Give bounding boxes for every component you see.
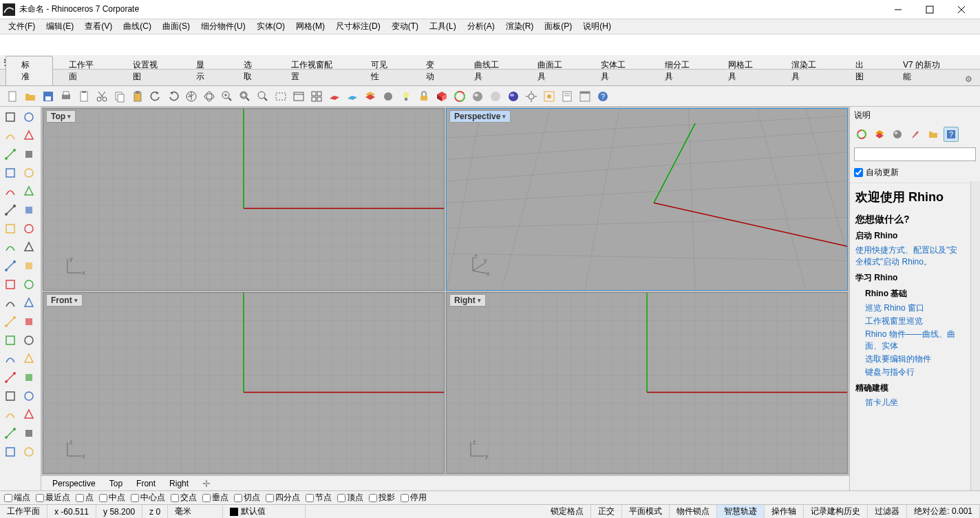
ellipse-icon[interactable] [1,183,19,200]
copy-clip-icon[interactable] [76,88,92,105]
status-toggle[interactable]: 锁定格点 [544,505,591,518]
menu-item[interactable]: 工具(L) [424,19,462,34]
viewport-perspective[interactable]: Perspective▾ zyx [446,108,848,291]
osnap-item[interactable]: 切点 [234,492,260,504]
properties-icon[interactable] [854,127,869,142]
help-icon[interactable]: ? [944,127,959,142]
move-icon[interactable] [1,424,19,442]
boolean-icon[interactable] [20,313,38,331]
text-icon[interactable] [20,201,38,219]
polygon-icon[interactable] [20,164,38,182]
named-view-icon[interactable] [290,88,307,105]
menu-item[interactable]: 变动(T) [386,19,424,34]
tool-tab[interactable]: 变动 [410,56,458,85]
fillet-icon[interactable] [1,387,19,405]
close-button[interactable] [946,0,977,19]
help-link[interactable]: 选取要编辑的物件 [865,353,965,365]
status-toggle[interactable]: 正交 [591,505,622,518]
menu-item[interactable]: 查看(V) [79,19,118,34]
viewport-label-front[interactable]: Front▾ [46,294,83,307]
status-toggle[interactable]: 过滤器 [868,505,907,518]
tool-tab[interactable]: 渲染工具 [776,56,839,85]
osnap-item[interactable]: 点 [76,492,94,504]
tool-tab[interactable]: 可见性 [355,56,411,85]
patch-icon[interactable] [20,257,38,275]
four-view-icon[interactable] [308,88,325,105]
tool-tab[interactable]: 出图 [840,56,887,85]
polyline-icon[interactable] [1,127,19,145]
shade-icon[interactable] [469,88,486,105]
rotate-icon[interactable] [20,424,38,442]
tool-tab[interactable]: 细分工具 [649,56,712,85]
help-link[interactable]: 笛卡儿坐 [865,397,965,408]
layers-icon[interactable] [362,88,379,105]
status-layer[interactable]: 默认值 [223,505,306,518]
split-icon[interactable] [20,369,38,386]
options-icon[interactable] [523,88,540,105]
library-icon[interactable] [926,127,941,142]
tool-tab[interactable]: 曲线工具 [458,56,522,85]
render-icon[interactable] [890,127,905,142]
cylinder-icon[interactable] [1,294,19,312]
loft-icon[interactable] [20,220,38,238]
viewport-tab[interactable]: Right [162,477,195,490]
status-toggle[interactable]: 记录建构历史 [804,505,868,518]
help-link[interactable]: Rhino 物件——曲线、曲面、实体 [865,329,965,352]
pointer-icon[interactable] [1,108,19,126]
zoom-window-icon[interactable] [273,88,289,105]
menu-item[interactable]: 分析(A) [462,19,500,34]
scale-icon[interactable] [1,443,19,461]
tool-tab[interactable]: 实体工具 [585,56,648,85]
trim-icon[interactable] [1,369,19,386]
status-units[interactable]: 毫米 [168,505,223,518]
cone-icon[interactable] [20,294,38,312]
cut-icon[interactable] [94,88,110,105]
status-toggle[interactable]: 智慧轨迹 [717,505,765,518]
print-icon[interactable] [58,88,74,105]
help-link[interactable]: 使用快捷方式、配置以及"安全模式"启动 Rhino。 [855,245,965,268]
help-search-input[interactable] [854,147,976,161]
viewport-right[interactable]: Right▾ zy [446,292,848,475]
rendered-icon[interactable] [505,88,522,105]
light-icon[interactable] [398,88,414,105]
explode-icon[interactable] [1,350,19,368]
help-content[interactable]: 欢迎使用 Rhino 您想做什么? 启动 Rhino 使用快捷方式、配置以及"安… [850,183,970,490]
osnap-item[interactable]: 停用 [401,492,427,504]
osnap-item[interactable]: 四分点 [266,492,300,504]
array-icon[interactable] [1,406,19,424]
status-toggle[interactable]: 操作轴 [765,505,804,518]
point-icon[interactable] [1,201,19,219]
chamfer-icon[interactable] [20,387,38,405]
mirror-icon[interactable] [20,406,38,424]
viewport-tab[interactable]: Perspective [45,477,103,490]
zoom-extents-icon[interactable] [237,88,253,105]
pan-icon[interactable] [183,88,200,105]
menu-item[interactable]: 细分物件(U) [195,19,251,34]
open-icon[interactable] [22,88,39,105]
redo-icon[interactable] [165,88,182,105]
viewport-label-right[interactable]: Right▾ [449,294,486,307]
curve2-icon[interactable] [20,183,38,200]
join-icon[interactable] [20,350,38,368]
copy-icon[interactable] [111,88,128,105]
zoom-in-icon[interactable] [219,88,235,105]
layers-icon[interactable] [872,127,887,142]
add-viewport-tab[interactable]: ✛ [195,477,217,490]
subd-icon[interactable] [20,331,38,349]
osnap-item[interactable]: 交点 [171,492,197,504]
menu-item[interactable]: 网格(M) [290,19,330,34]
gear-icon[interactable]: ⚙ [963,73,974,85]
set-cplane-icon[interactable] [326,88,343,105]
properties-icon[interactable] [541,88,557,105]
tool-tab[interactable]: 工作视窗配置 [275,56,355,85]
status-toggle[interactable]: 平面模式 [622,505,670,518]
viewport-label-top[interactable]: Top▾ [46,110,76,123]
osnap-item[interactable]: 中心点 [131,492,165,504]
named-cplane-icon[interactable] [344,88,361,105]
viewport-tab[interactable]: Front [129,477,162,490]
render-preview-icon[interactable] [451,88,468,105]
mesh-icon[interactable] [1,331,19,349]
menu-item[interactable]: 文件(F) [3,19,41,34]
circle-icon[interactable] [1,145,19,163]
osnap-item[interactable]: 垂点 [202,492,228,504]
